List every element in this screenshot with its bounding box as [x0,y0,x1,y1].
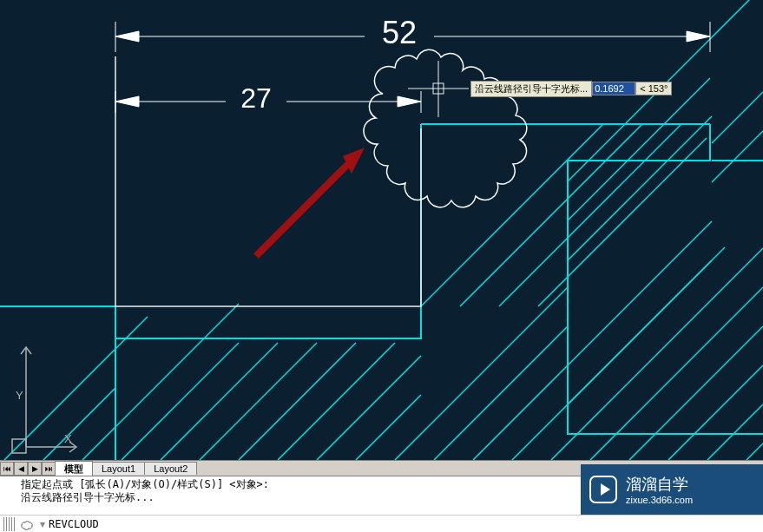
watermark: 溜溜自学 zixue.3d66.com [581,464,763,515]
command-input[interactable]: REVCLOUD [49,518,99,530]
svg-line-2 [82,427,115,460]
svg-line-18 [668,365,763,460]
svg-line-13 [473,365,568,460]
svg-line-30 [712,131,763,182]
svg-line-21 [421,124,603,306]
tooltip-distance-input[interactable]: 0.1692 [592,82,635,95]
tab-nav-next[interactable]: ▶ [28,462,42,476]
svg-line-17 [629,326,763,460]
drawing-canvas[interactable]: 52 27 [0,0,763,460]
svg-line-7 [239,343,356,460]
svg-line-20 [747,443,763,460]
tab-layout1[interactable]: Layout1 [92,462,145,475]
svg-line-10 [356,395,421,460]
tab-nav-prev[interactable]: ◀ [14,462,28,476]
command-grip[interactable] [3,517,16,531]
tab-layout2[interactable]: Layout2 [144,462,197,475]
svg-line-22 [460,124,642,306]
tab-nav-buttons: ⏮ ◀ ▶ ⏭ [0,462,56,476]
dimension-27-text: 27 [240,82,272,114]
svg-line-29 [568,221,712,365]
svg-marker-39 [687,31,710,42]
command-caret-icon: ▾ [40,518,45,530]
svg-line-49 [256,161,352,256]
section-outline [0,124,763,460]
svg-line-12 [434,326,568,460]
watermark-play-icon [589,476,617,503]
tab-nav-first[interactable]: ⏮ [0,462,14,476]
svg-line-8 [278,343,395,460]
svg-line-28 [568,260,712,404]
axis-x-label: X [64,432,72,445]
tab-model[interactable]: 模型 [55,461,93,476]
svg-line-9 [317,356,421,460]
axis-y-label: Y [16,389,23,402]
cursor-crosshair [408,61,469,117]
revision-cloud [364,49,527,207]
tooltip-label: 沿云线路径引导十字光标... [470,81,592,97]
command-icon[interactable] [19,517,35,531]
annotation-arrow [256,148,365,256]
svg-line-5 [161,343,278,460]
hatch-pattern [4,0,763,460]
svg-marker-45 [398,96,421,107]
svg-line-1 [43,388,115,460]
svg-line-31 [712,92,763,143]
svg-line-26 [568,78,710,220]
svg-line-6 [200,343,317,460]
tooltip-angle: < 153° [635,82,672,95]
svg-marker-38 [115,31,139,42]
svg-marker-44 [115,96,139,107]
dimension-52-text: 52 [382,15,417,50]
svg-line-15 [551,248,763,460]
dynamic-input-tooltip[interactable]: 沿云线路径引导十字光标... 0.1692 < 153° [470,81,672,96]
command-line[interactable]: ▾ REVCLOUD [0,515,763,532]
watermark-brand: 溜溜自学 [626,474,693,495]
drawing-svg: 52 27 [0,0,763,460]
tab-nav-last[interactable]: ⏭ [42,462,56,476]
svg-line-3 [122,343,239,460]
svg-line-4 [115,304,239,427]
watermark-url: zixue.3d66.com [626,495,693,505]
